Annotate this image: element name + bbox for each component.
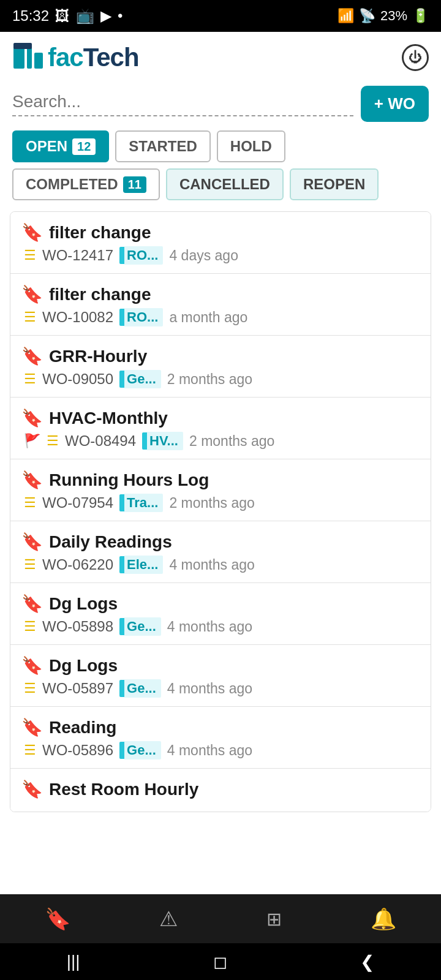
logo-text: facTech xyxy=(48,43,139,72)
wo-title-text-8: Reading xyxy=(49,718,116,737)
power-button[interactable]: ⏻ xyxy=(402,44,429,71)
wo-item-3[interactable]: 🔖HVAC-Monthly🚩☰WO-08494HV...2 months ago xyxy=(10,398,431,459)
wo-number-8: WO-05896 xyxy=(42,742,113,759)
wo-category-5: Ele... xyxy=(119,556,163,574)
search-row: + WO xyxy=(0,78,441,127)
back-button[interactable]: ❮ xyxy=(345,947,389,977)
wo-bookmark-icon-8: 🔖 xyxy=(21,719,43,736)
wo-title-row-5: 🔖Daily Readings xyxy=(21,532,420,552)
wo-item-0[interactable]: 🔖filter change☰WO-12417RO...4 days ago xyxy=(10,212,431,274)
wo-category-label-3: HV... xyxy=(147,432,183,450)
wo-meta-row-6: ☰WO-05898Ge...4 months ago xyxy=(21,617,420,636)
tab-cancelled[interactable]: CANCELLED xyxy=(166,168,284,200)
wo-meta-row-2: ☰WO-09050Ge...2 months ago xyxy=(21,370,420,388)
nav-qr[interactable]: ⊞ xyxy=(254,903,294,935)
wo-priority-icon-2: ☰ xyxy=(24,371,36,387)
wo-category-label-6: Ge... xyxy=(124,617,161,636)
nav-alerts[interactable]: ⚠ xyxy=(147,902,190,936)
wo-category-3: HV... xyxy=(142,432,183,450)
logo: facTech xyxy=(12,42,139,74)
wo-category-label-4: Tra... xyxy=(124,494,163,512)
wo-category-bar-0 xyxy=(119,247,124,264)
wo-item-4[interactable]: 🔖Running Hours Log☰WO-07954Tra...2 month… xyxy=(10,459,431,521)
wo-item-2[interactable]: 🔖GRR-Hourly☰WO-09050Ge...2 months ago xyxy=(10,336,431,398)
wo-category-8: Ge... xyxy=(119,741,161,760)
tab-label-cancelled: CANCELLED xyxy=(179,176,270,193)
wo-bookmark-icon-4: 🔖 xyxy=(21,472,43,489)
wo-meta-row-0: ☰WO-12417RO...4 days ago xyxy=(21,246,420,265)
logo-text-part2: Tech xyxy=(83,43,139,72)
status-cast-icon: 📺 xyxy=(76,7,94,24)
wo-meta-row-4: ☰WO-07954Tra...2 months ago xyxy=(21,494,420,512)
tab-hold[interactable]: HOLD xyxy=(217,130,285,162)
wo-category-bar-4 xyxy=(119,494,124,511)
system-nav: ||| ◻ ❮ xyxy=(0,943,441,980)
wo-bookmark-icon-1: 🔖 xyxy=(21,286,43,303)
tab-completed[interactable]: COMPLETED11 xyxy=(12,168,160,200)
alerts-icon: ⚠ xyxy=(159,907,178,931)
wo-time-8: 4 months ago xyxy=(167,742,252,759)
recent-button[interactable]: ||| xyxy=(52,947,95,976)
bell-icon: 🔔 xyxy=(371,907,396,931)
wo-category-label-7: Ge... xyxy=(124,679,161,698)
wo-title-row-4: 🔖Running Hours Log xyxy=(21,470,420,490)
wo-item-5[interactable]: 🔖Daily Readings☰WO-06220Ele...4 months a… xyxy=(10,521,431,583)
wo-time-5: 4 months ago xyxy=(169,557,254,573)
wo-title-text-9: Rest Room Hourly xyxy=(49,780,198,799)
wo-priority-icon-3: ☰ xyxy=(47,433,59,449)
tab-reopen[interactable]: REOPEN xyxy=(290,168,379,200)
wo-bookmark-icon-0: 🔖 xyxy=(21,224,43,241)
add-wo-button[interactable]: + WO xyxy=(361,86,429,122)
wo-time-3: 2 months ago xyxy=(189,433,274,450)
battery-icon: 🔋 xyxy=(412,8,429,24)
wo-category-6: Ge... xyxy=(119,617,161,636)
nav-bookmarks[interactable]: 🔖 xyxy=(32,902,83,936)
tab-started[interactable]: STARTED xyxy=(115,130,211,162)
wo-category-bar-6 xyxy=(119,618,124,635)
wo-title-text-2: GRR-Hourly xyxy=(49,347,147,366)
wo-priority-icon-1: ☰ xyxy=(24,309,36,325)
wifi-icon: 📶 xyxy=(337,8,354,24)
wo-priority-icon-7: ☰ xyxy=(24,680,36,696)
wo-title-text-4: Running Hours Log xyxy=(49,470,209,490)
wo-number-3: WO-08494 xyxy=(65,432,136,450)
svg-rect-0 xyxy=(13,47,24,69)
wo-item-7[interactable]: 🔖Dg Logs☰WO-05897Ge...4 months ago xyxy=(10,645,431,707)
wo-item-9[interactable]: 🔖Rest Room Hourly xyxy=(10,769,431,812)
wo-number-4: WO-07954 xyxy=(42,494,113,511)
wo-meta-row-8: ☰WO-05896Ge...4 months ago xyxy=(21,741,420,760)
wo-category-bar-1 xyxy=(119,309,124,326)
wo-priority-icon-4: ☰ xyxy=(24,495,36,511)
wo-title-row-9: 🔖Rest Room Hourly xyxy=(21,780,420,799)
wo-time-1: a month ago xyxy=(169,309,247,326)
wo-item-6[interactable]: 🔖Dg Logs☰WO-05898Ge...4 months ago xyxy=(10,583,431,645)
tab-badge-open: 12 xyxy=(72,138,96,155)
wo-category-label-0: RO... xyxy=(124,246,163,265)
wo-meta-row-1: ☰WO-10082RO...a month ago xyxy=(21,308,420,326)
wo-category-bar-3 xyxy=(142,432,147,450)
wo-category-0: RO... xyxy=(119,246,163,265)
wo-bookmark-icon-7: 🔖 xyxy=(21,657,43,674)
status-bar: 15:32 🖼 📺 ▶ • 📶 📡 23% 🔋 xyxy=(0,0,441,32)
filter-tabs: OPEN12STARTEDHOLDCOMPLETED11CANCELLEDREO… xyxy=(0,127,441,204)
wo-time-2: 2 months ago xyxy=(167,371,252,388)
wo-item-1[interactable]: 🔖filter change☰WO-10082RO...a month ago xyxy=(10,274,431,336)
signal-icon: 📡 xyxy=(359,8,375,24)
nav-bell[interactable]: 🔔 xyxy=(358,902,409,936)
wo-bookmark-icon-5: 🔖 xyxy=(21,533,43,551)
qr-icon: ⊞ xyxy=(266,908,282,930)
tab-open[interactable]: OPEN12 xyxy=(12,130,109,162)
search-input[interactable] xyxy=(12,92,353,111)
home-button[interactable]: ◻ xyxy=(198,947,242,977)
wo-title-row-6: 🔖Dg Logs xyxy=(21,594,420,614)
search-input-wrap xyxy=(12,92,353,116)
wo-category-label-5: Ele... xyxy=(124,556,163,574)
svg-rect-2 xyxy=(13,43,32,49)
wo-meta-row-3: 🚩☰WO-08494HV...2 months ago xyxy=(21,432,420,450)
wo-bookmark-icon-3: 🔖 xyxy=(21,410,43,427)
wo-number-2: WO-09050 xyxy=(42,371,113,388)
wo-item-8[interactable]: 🔖Reading☰WO-05896Ge...4 months ago xyxy=(10,707,431,769)
wo-category-label-2: Ge... xyxy=(124,370,161,388)
wo-priority-icon-5: ☰ xyxy=(24,557,36,573)
wo-time-4: 2 months ago xyxy=(169,495,254,511)
